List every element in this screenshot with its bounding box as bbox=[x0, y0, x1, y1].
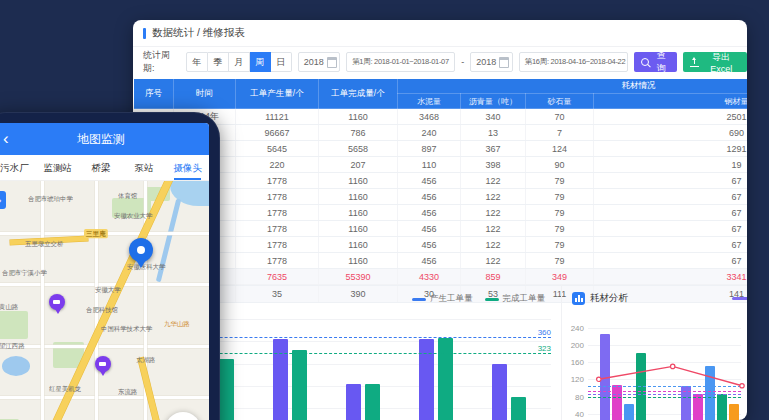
table-cell: 79 bbox=[526, 205, 594, 221]
map-road bbox=[41, 181, 44, 420]
legend-item[interactable]: 完成工单量 bbox=[485, 293, 546, 305]
filter-bar: 统计周期: 年季月周日 2018 第1周: 2018-01-01~2018-01… bbox=[133, 47, 747, 77]
table-row: 42202071103989019 bbox=[134, 157, 748, 173]
start-year-select[interactable]: 2018 bbox=[298, 52, 340, 72]
location-pin-icon[interactable] bbox=[129, 238, 153, 262]
table-cell: 11121 bbox=[236, 109, 319, 125]
export-excel-button[interactable]: 导出Excel bbox=[683, 52, 747, 72]
map-label: 九华山路 bbox=[164, 320, 190, 329]
table-cell: 207 bbox=[319, 157, 398, 173]
header-row: 序号时间工单产生量/个工单完成量/个耗材情况 bbox=[134, 79, 748, 94]
table-cell: 1160 bbox=[319, 173, 398, 189]
table-cell: 1778 bbox=[236, 237, 319, 253]
table-cell: 1160 bbox=[319, 109, 398, 125]
table-cell: 70 bbox=[526, 109, 594, 125]
table-cell: 1778 bbox=[236, 221, 319, 237]
map-label: 安徽农业大学 bbox=[114, 212, 152, 221]
map-label: 五里墩立交桥 bbox=[25, 240, 63, 249]
map-view[interactable]: › 全部 合肥市琥珀中学体育馆安徽农业大学五里墩立交桥三里庵合肥市宁溪小学安徽医… bbox=[0, 181, 209, 420]
period-option-周[interactable]: 周 bbox=[250, 52, 271, 72]
table-cell: 67 bbox=[594, 173, 748, 189]
table-cell: 79 bbox=[526, 173, 594, 189]
table-row: 10177811604561227967 bbox=[134, 253, 748, 269]
map-all-button[interactable]: 全部 bbox=[165, 412, 201, 420]
bar bbox=[219, 359, 234, 420]
table-cell: 7 bbox=[526, 125, 594, 141]
table-row: 5177811604561227967 bbox=[134, 173, 748, 189]
calendar-icon bbox=[327, 57, 337, 68]
table-cell: 67 bbox=[594, 253, 748, 269]
map-label: 太湖路 bbox=[136, 356, 155, 365]
legend-item[interactable]: 产生工单量 bbox=[412, 293, 473, 305]
table-cell: 859 bbox=[461, 269, 526, 286]
tab-污水厂[interactable]: 污水厂 bbox=[0, 155, 36, 180]
end-year-select[interactable]: 2018 bbox=[470, 52, 512, 72]
phone-mockup: ‹ 地图监测 污水厂监测站桥梁泵站摄像头 bbox=[0, 112, 220, 420]
table-cell: 690 bbox=[594, 125, 748, 141]
table-cell: 79 bbox=[526, 221, 594, 237]
start-week-range-input[interactable]: 第1周: 2018-01-01~2018-01-07 bbox=[346, 52, 455, 72]
end-week-range-input[interactable]: 第16周: 2018-04-16~2018-04-22 bbox=[519, 52, 628, 72]
phone-screen: ‹ 地图监测 污水厂监测站桥梁泵站摄像头 bbox=[0, 123, 209, 420]
phone-header: ‹ 地图监测 bbox=[0, 123, 209, 155]
column-header: 时间 bbox=[174, 79, 236, 109]
legend-swatch bbox=[485, 298, 499, 301]
camera-pin-icon[interactable] bbox=[95, 356, 111, 372]
y-axis-tick: 200 bbox=[564, 340, 584, 349]
table-cell: 786 bbox=[319, 125, 398, 141]
table-head: 序号时间工单产生量/个工单完成量/个耗材情况水泥量沥青量（吨）砂石量钢材量 bbox=[134, 79, 748, 109]
back-chevron-icon[interactable]: ‹ bbox=[3, 130, 9, 147]
camera-pin-icon[interactable] bbox=[49, 294, 65, 310]
table-cell: 19 bbox=[594, 157, 748, 173]
bar bbox=[365, 384, 380, 420]
period-option-年[interactable]: 年 bbox=[186, 52, 208, 72]
map-label: 红星美凯龙 bbox=[49, 385, 81, 394]
reference-line-label: 360 bbox=[538, 327, 551, 336]
legend-label: 完成工单量 bbox=[503, 293, 546, 305]
map-pond bbox=[2, 356, 30, 376]
table-cell: 4330 bbox=[398, 269, 461, 286]
tab-摄像头[interactable]: 摄像头 bbox=[166, 155, 209, 180]
table-cell: 13 bbox=[461, 125, 526, 141]
map-label: 望江西路 bbox=[0, 342, 25, 351]
breadcrumb-text: 数据统计 / 维修报表 bbox=[152, 26, 245, 40]
y-axis-tick: 40 bbox=[564, 409, 584, 418]
period-label: 统计周期: bbox=[143, 49, 180, 75]
table-cell: 2501 bbox=[594, 109, 748, 125]
sub-column-header: 沥青量（吨） bbox=[461, 94, 526, 109]
table-cell: 1291 bbox=[594, 141, 748, 157]
chart-title: 耗材分析 bbox=[590, 292, 628, 305]
map-road bbox=[0, 345, 209, 348]
table-cell: 897 bbox=[398, 141, 461, 157]
table-cell: 240 bbox=[398, 125, 461, 141]
map-label: 合肥市宁溪小学 bbox=[2, 269, 47, 278]
table-body: 12014年1112111603468340702501296667786240… bbox=[134, 109, 748, 303]
table-cell: 79 bbox=[526, 237, 594, 253]
map-label: 三里庵 bbox=[84, 229, 108, 238]
tab-监测站[interactable]: 监测站 bbox=[36, 155, 79, 180]
charts-row: 产生工单量完成工单量 360323 耗材分析 2402001601208040 bbox=[133, 284, 747, 420]
map-label: 合肥市琥珀中学 bbox=[28, 195, 73, 204]
table-cell: 79 bbox=[526, 253, 594, 269]
reference-line-label: 323 bbox=[538, 344, 551, 353]
report-table: 序号时间工单产生量/个工单完成量/个耗材情况水泥量沥青量（吨）砂石量钢材量120… bbox=[133, 78, 747, 303]
table-row: 7177811604561227967 bbox=[134, 205, 748, 221]
map-highway bbox=[138, 358, 175, 420]
tab-桥梁[interactable]: 桥梁 bbox=[79, 155, 122, 180]
table-cell: 220 bbox=[236, 157, 319, 173]
dashboard-card: 数据统计 / 维修报表 统计周期: 年季月周日 2018 第1周: 2018-0… bbox=[133, 20, 747, 420]
table-cell: 3468 bbox=[398, 109, 461, 125]
period-option-季[interactable]: 季 bbox=[208, 52, 229, 72]
chart-plot-area: 2402001601208040 bbox=[588, 319, 741, 420]
period-option-月[interactable]: 月 bbox=[229, 52, 250, 72]
period-option-日[interactable]: 日 bbox=[271, 52, 292, 72]
map-road bbox=[95, 181, 98, 420]
map-road bbox=[0, 396, 209, 399]
tab-泵站[interactable]: 泵站 bbox=[123, 155, 166, 180]
query-button[interactable]: 查询 bbox=[634, 52, 677, 72]
table-cell: 340 bbox=[461, 109, 526, 125]
bar bbox=[292, 350, 307, 420]
bar bbox=[273, 339, 288, 420]
table-cell: 67 bbox=[594, 221, 748, 237]
map-expander-button[interactable]: › bbox=[0, 191, 6, 209]
